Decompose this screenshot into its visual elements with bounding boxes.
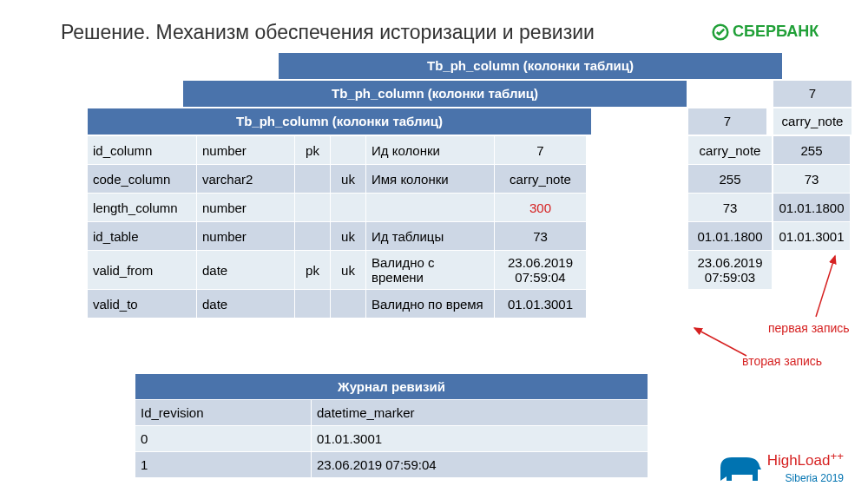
table-row: code_column varchar2 uk Имя колонки carr… <box>88 165 587 194</box>
cell: date <box>197 290 295 318</box>
table-row: id_column number pk Ид колонки 7 <box>88 136 587 165</box>
highload-text: HighLoad <box>767 452 831 469</box>
cell: number <box>197 194 295 222</box>
cell: 01.01.1800 <box>688 222 773 251</box>
cell: Имя колонки <box>366 165 495 194</box>
cell: 73 <box>495 222 587 251</box>
note-second: вторая запись <box>742 354 822 368</box>
cell: id_column <box>88 136 197 165</box>
rev-title: Журнал ревизий <box>135 374 648 400</box>
layer3-header: Tb_ph_column (колонки таблиц) <box>278 52 783 80</box>
cell: uk <box>331 165 366 194</box>
cell: carry_note <box>688 136 773 165</box>
siberia-text: Siberia 2019 <box>786 472 844 484</box>
cell <box>295 165 331 194</box>
cell: uk <box>331 222 366 251</box>
cell: 0 <box>135 426 312 452</box>
footer-logo: HighLoad++ Siberia 2019 <box>767 450 844 485</box>
cell: length_column <box>88 194 197 222</box>
cell: 1 <box>135 452 312 478</box>
cell <box>295 222 331 251</box>
cell <box>295 194 331 222</box>
layer2-val1: 7 <box>687 108 767 135</box>
brand-text: СБЕРБАНК <box>733 23 819 41</box>
cell <box>366 194 495 222</box>
cell: 73 <box>688 194 773 222</box>
cell: pk <box>295 251 331 290</box>
cell: carry_note <box>495 165 587 194</box>
cell: 255 <box>688 165 773 194</box>
cell: 73 <box>773 165 851 194</box>
cell: Ид таблицы <box>366 222 495 251</box>
cell: 01.01.3001 <box>773 222 851 251</box>
cell: Ид колонки <box>366 136 495 165</box>
cell: 01.01.3001 <box>312 426 648 452</box>
cell: uk <box>331 251 366 290</box>
rev-head1: Id_revision <box>135 400 312 426</box>
cell: valid_to <box>88 290 197 318</box>
stacked-tables: Tb_ph_column (колонки таблиц) Tb_ph_colu… <box>87 52 851 338</box>
layer2-column: carry_note 255 73 01.01.1800 23.06.2019 … <box>687 135 773 290</box>
table-row: valid_to date Валидно по время 01.01.300… <box>88 290 587 318</box>
sberbank-logo: СБЕРБАНК <box>712 23 819 41</box>
cell: number <box>197 222 295 251</box>
cell-highlight: 300 <box>495 194 587 222</box>
cell <box>331 290 366 318</box>
cell: 01.01.1800 <box>773 194 851 222</box>
cell: code_column <box>88 165 197 194</box>
layer3-column: 255 73 01.01.1800 01.01.3001 <box>773 135 851 251</box>
layer1-header: Tb_ph_column (колонки таблиц) <box>87 108 592 135</box>
cell <box>331 136 366 165</box>
cell: 23.06.2019 07:59:04 <box>495 251 587 290</box>
cell: varchar2 <box>197 165 295 194</box>
layer3-val2: carry_note <box>773 108 852 135</box>
revision-table: Журнал ревизий Id_revision datetime_mark… <box>135 373 648 478</box>
cell: id_table <box>88 222 197 251</box>
main-table: id_column number pk Ид колонки 7 code_co… <box>87 135 587 318</box>
bear-icon <box>716 450 764 489</box>
table-row: valid_from date pk uk Валидно с времени … <box>88 251 587 290</box>
cell: 255 <box>773 136 851 165</box>
table-row: id_table number uk Ид таблицы 73 <box>88 222 587 251</box>
cell <box>331 194 366 222</box>
note-first: первая запись <box>768 321 850 335</box>
layer2-header: Tb_ph_column (колонки таблиц) <box>182 80 687 108</box>
cell: number <box>197 136 295 165</box>
cell: 7 <box>495 136 587 165</box>
cell: 01.01.3001 <box>495 290 587 318</box>
cell <box>295 290 331 318</box>
slide-title: Решение. Механизм обеспечения историзаци… <box>61 21 595 44</box>
cell: pk <box>295 136 331 165</box>
cell: Валидно по время <box>366 290 495 318</box>
cell: 23.06.2019 07:59:03 <box>688 251 773 290</box>
cell: Валидно с времени <box>366 251 495 290</box>
rev-head2: datetime_marker <box>312 400 648 426</box>
cell: date <box>197 251 295 290</box>
cell: 23.06.2019 07:59:04 <box>312 452 648 478</box>
table-row: length_column number 300 <box>88 194 587 222</box>
cell: valid_from <box>88 251 197 290</box>
layer3-val1: 7 <box>773 80 852 108</box>
